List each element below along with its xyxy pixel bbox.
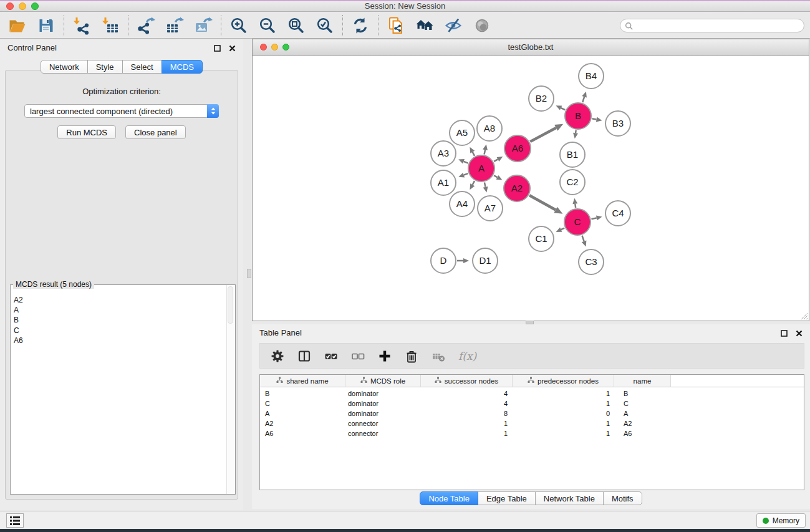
node-B1[interactable]: B1 — [560, 142, 585, 167]
table-row[interactable]: A6connector11A6 — [260, 428, 804, 438]
zoom-fit-button[interactable] — [287, 16, 306, 35]
table-cell[interactable]: dominator — [345, 410, 421, 417]
zoom-in-button[interactable] — [229, 16, 248, 35]
node-A1[interactable]: A1 — [431, 170, 456, 195]
tab-mcds[interactable]: MCDS — [162, 60, 203, 74]
tab-style[interactable]: Style — [87, 60, 123, 74]
table-cell[interactable]: connector — [345, 430, 421, 437]
node-A6[interactable]: A6 — [504, 135, 531, 162]
zoom-out-button[interactable] — [258, 16, 277, 35]
mcds-result-list[interactable]: A2ABCA6 — [11, 291, 226, 494]
column-header-predecessor-nodes[interactable]: predecessor nodes — [513, 375, 614, 387]
close-window-button[interactable] — [6, 2, 14, 10]
table-row[interactable]: Adominator80A — [260, 409, 804, 418]
node-A7[interactable]: A7 — [478, 196, 503, 221]
node-B2[interactable]: B2 — [529, 86, 554, 111]
open-file-button[interactable] — [8, 16, 27, 35]
node-C4[interactable]: C4 — [605, 201, 630, 226]
edge-A-A6[interactable] — [494, 157, 503, 162]
table-cell[interactable]: A6 — [614, 430, 671, 437]
tab-edge-table[interactable]: Edge Table — [478, 491, 536, 505]
edge-C-C1[interactable] — [556, 228, 565, 232]
edge-A-A3[interactable] — [458, 159, 468, 163]
delete-column-button[interactable] — [405, 349, 418, 363]
import-table-button[interactable] — [101, 16, 120, 35]
minimize-network-button[interactable] — [271, 44, 278, 51]
table-cell[interactable]: 1 — [513, 430, 614, 437]
node-C1[interactable]: C1 — [529, 226, 554, 251]
node-B[interactable]: B — [565, 103, 591, 129]
edge-A-A7[interactable] — [483, 182, 488, 192]
table-cell[interactable]: 4 — [421, 390, 513, 397]
export-table-button[interactable] — [165, 16, 184, 35]
node-A4[interactable]: A4 — [450, 191, 475, 216]
edge-D-D1[interactable] — [457, 258, 469, 263]
mcds-result-item[interactable]: A2 — [14, 295, 226, 305]
float-panel-button[interactable] — [214, 45, 221, 52]
table-cell[interactable]: A2 — [614, 420, 671, 427]
tab-motifs[interactable]: Motifs — [603, 491, 642, 505]
column-header-mcds-role[interactable]: MCDS role — [345, 375, 421, 387]
table-cell[interactable]: 1 — [421, 420, 513, 427]
mcds-result-item[interactable]: A — [14, 305, 226, 315]
edge-A-A1[interactable] — [458, 173, 468, 177]
network-canvas[interactable]: B4B2BB3A8A5A6A3B1AC2A1A2A4A7C4CC1C3DD1 — [253, 56, 809, 321]
node-D1[interactable]: D1 — [473, 248, 498, 273]
close-panel-x-button[interactable] — [229, 45, 236, 52]
zoom-selected-button[interactable] — [316, 16, 334, 35]
table-cell[interactable]: B — [614, 390, 671, 397]
refresh-button[interactable] — [351, 16, 370, 35]
table-row[interactable]: A2connector11A2 — [260, 418, 804, 428]
birdseye-view-button[interactable] — [473, 16, 491, 35]
table-row[interactable]: Bdominator41B — [260, 389, 804, 399]
edge-A-A5[interactable] — [470, 147, 475, 156]
table-cell[interactable]: C — [260, 400, 345, 407]
table-cell[interactable]: A6 — [260, 430, 345, 437]
resize-grip[interactable] — [801, 312, 808, 320]
table-cell[interactable]: 1 — [513, 420, 614, 427]
network-from-clipboard-button[interactable] — [387, 16, 405, 35]
deselect-all-button[interactable] — [351, 349, 365, 363]
edge-A6-B[interactable] — [530, 124, 563, 142]
table-cell[interactable]: 1 — [513, 400, 614, 407]
table-cell[interactable]: C — [614, 400, 671, 407]
node-D[interactable]: D — [431, 248, 456, 273]
edge-B-B3[interactable] — [592, 117, 602, 122]
table-cell[interactable]: dominator — [345, 390, 421, 397]
float-table-panel-button[interactable] — [781, 330, 788, 337]
table-cell[interactable]: A — [260, 410, 345, 417]
node-C[interactable]: C — [564, 209, 591, 235]
table-cell[interactable]: A2 — [260, 420, 345, 427]
node-A8[interactable]: A8 — [477, 116, 502, 141]
tab-select[interactable]: Select — [122, 60, 162, 74]
mcds-result-item[interactable]: A6 — [14, 336, 226, 346]
scrollbar-thumb[interactable] — [228, 286, 233, 324]
column-header-shared-name[interactable]: shared name — [260, 375, 345, 387]
export-image-button[interactable] — [194, 16, 213, 35]
table-cell[interactable]: 8 — [421, 410, 513, 417]
split-table-button[interactable] — [297, 349, 311, 363]
hide-graphics-details-button[interactable] — [444, 16, 463, 35]
edge-A2-C[interactable] — [529, 195, 562, 214]
node-C3[interactable]: C3 — [579, 249, 604, 274]
vertical-splitter-handle[interactable] — [247, 269, 251, 278]
table-cell[interactable]: B — [260, 390, 345, 397]
table-cell[interactable]: 0 — [513, 410, 614, 417]
search-input[interactable] — [635, 20, 800, 32]
edge-B-B2[interactable] — [556, 105, 565, 110]
edge-C-C3[interactable] — [582, 236, 587, 247]
memory-button[interactable]: Memory — [756, 513, 806, 528]
task-history-button[interactable] — [6, 513, 24, 528]
add-column-button[interactable] — [378, 349, 392, 363]
edge-A-A4[interactable] — [470, 181, 475, 190]
table-row[interactable]: Cdominator41C — [260, 399, 804, 409]
node-A3[interactable]: A3 — [431, 141, 456, 166]
close-table-panel-button[interactable] — [796, 330, 803, 337]
zoom-window-button[interactable] — [31, 2, 39, 10]
cybrowser-home-button[interactable] — [415, 16, 434, 35]
edge-B-B1[interactable] — [573, 130, 578, 139]
edge-A-A8[interactable] — [483, 144, 488, 154]
zoom-network-button[interactable] — [282, 44, 289, 51]
tab-network-table[interactable]: Network Table — [535, 491, 604, 505]
close-network-button[interactable] — [260, 44, 267, 51]
